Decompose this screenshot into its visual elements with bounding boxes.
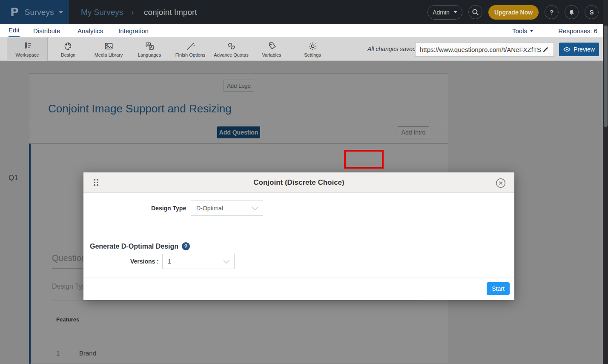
question-mark-icon: ? (550, 9, 554, 16)
survey-url-input[interactable] (416, 46, 542, 53)
tab-integration[interactable]: Integration (118, 24, 149, 37)
settings-gear-icon (308, 41, 318, 51)
caret-down-icon (453, 11, 457, 13)
advance-quotas-chain-icon (227, 41, 236, 51)
preview-button-label: Preview (574, 46, 595, 53)
toolbar-item-design[interactable]: Design (48, 37, 89, 61)
preview-button[interactable]: Preview (559, 43, 599, 56)
toolbar-item-variables[interactable]: Variables (251, 37, 292, 61)
finish-options-wand-icon (186, 41, 195, 51)
versions-select[interactable]: 1 (162, 254, 235, 269)
product-label: Surveys (25, 8, 54, 17)
search-icon (472, 9, 479, 16)
toolbar-item-media-library[interactable]: Media Library (88, 37, 129, 61)
workspace-icon (23, 41, 32, 51)
save-status-text: All changes saved (367, 46, 416, 52)
toolbar-item-label: Design (61, 52, 75, 57)
app-window: P Surveys My Surveys › conjoint Import A… (0, 0, 608, 364)
modal-header: Conjoint (Discrete Choice) (83, 172, 514, 193)
toolbar-item-label: Languages (138, 52, 161, 57)
pencil-icon (542, 46, 549, 53)
design-type-select[interactable]: D-Optimal (191, 201, 263, 216)
help-button[interactable]: ? (545, 5, 559, 19)
breadcrumb-separator: › (131, 0, 134, 24)
toolbar-item-label: Workspace (16, 52, 39, 57)
editor-toolbar: Workspace Design Media Library Languages… (0, 37, 603, 61)
toolbar-item-label: Variables (262, 52, 281, 57)
generate-design-heading: Generate D-Optimal Design ? (90, 242, 190, 250)
media-library-icon (104, 41, 114, 51)
page-scrollbar (603, 0, 608, 364)
languages-icon (145, 41, 155, 51)
questionpro-logo-icon: P (10, 6, 19, 19)
navbar-actions: Admin Upgrade Now ? S (427, 0, 599, 24)
avatar-initial: S (589, 9, 594, 16)
modal-title: Conjoint (Discrete Choice) (83, 172, 514, 193)
design-palette-icon (63, 41, 73, 51)
toolbar-item-advance-quotas[interactable]: Advance Quotas (211, 37, 252, 61)
help-icon[interactable]: ? (182, 242, 190, 250)
toolbar-item-workspace[interactable]: Workspace (7, 37, 48, 61)
toolbar-item-finish-options[interactable]: Finish Options (170, 37, 211, 61)
variables-tag-icon (267, 41, 277, 51)
design-type-value: D-Optimal (196, 205, 223, 212)
survey-menu-bar: Edit Distribute Analytics Integration To… (0, 24, 603, 37)
conjoint-settings-modal: Conjoint (Discrete Choice) Design Type D… (83, 172, 514, 300)
tools-label: Tools (512, 27, 527, 34)
eye-icon (563, 47, 571, 52)
close-circle-icon (496, 178, 506, 188)
breadcrumb-current: conjoint Import (144, 0, 197, 24)
versions-label: Versions : (130, 258, 159, 265)
tools-menu[interactable]: Tools (512, 24, 533, 37)
surveys-product-menu[interactable]: P Surveys (0, 0, 69, 24)
tab-edit[interactable]: Edit (9, 24, 20, 37)
responses-count: Responses: 6 (558, 24, 597, 37)
tab-analytics[interactable]: Analytics (77, 24, 103, 37)
versions-value: 1 (168, 258, 171, 265)
survey-url-field (415, 42, 554, 57)
toolbar-item-languages[interactable]: Languages (129, 37, 170, 61)
design-type-label: Design Type (151, 205, 186, 212)
admin-menu[interactable]: Admin (427, 5, 462, 20)
chevron-down-icon (252, 206, 258, 210)
modal-close-button[interactable] (496, 178, 506, 188)
search-button[interactable] (468, 5, 482, 19)
start-button[interactable]: Start (487, 282, 510, 295)
scrollbar-thumb[interactable] (604, 26, 608, 127)
caret-down-icon (59, 11, 63, 14)
toolbar-item-label: Advance Quotas (214, 52, 248, 57)
admin-label: Admin (433, 9, 450, 16)
notifications-button[interactable] (565, 5, 579, 19)
bell-icon (568, 9, 575, 16)
user-avatar[interactable]: S (585, 5, 599, 19)
chevron-down-icon (223, 260, 230, 264)
edit-url-button[interactable] (542, 46, 554, 53)
toolbar-item-settings[interactable]: Settings (292, 37, 333, 61)
breadcrumb-parent[interactable]: My Surveys (81, 0, 123, 24)
toolbar-item-label: Settings (304, 52, 321, 57)
upgrade-now-button[interactable]: Upgrade Now (488, 5, 539, 20)
top-navbar: P Surveys My Surveys › conjoint Import A… (0, 0, 608, 24)
toolbar-item-label: Finish Options (175, 52, 205, 57)
caret-down-icon (530, 30, 533, 32)
annotation-settings-highlight (344, 150, 384, 169)
modal-footer-divider (83, 278, 514, 278)
tab-distribute[interactable]: Distribute (33, 24, 60, 37)
toolbar-item-label: Media Library (95, 52, 123, 57)
generate-design-heading-text: Generate D-Optimal Design (90, 243, 178, 250)
